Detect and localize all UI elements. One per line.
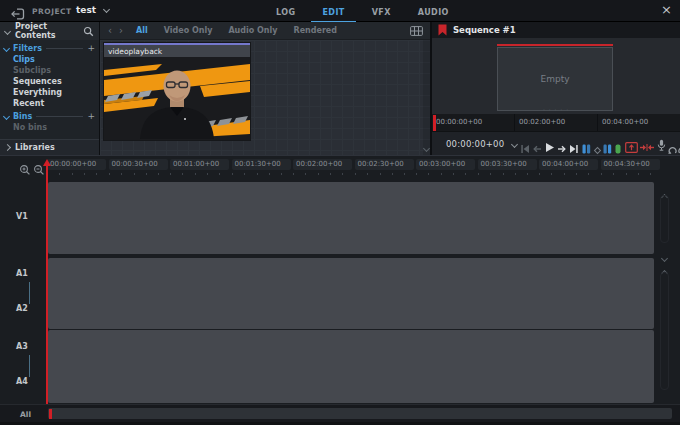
- track-header-a3[interactable]: A3: [2, 342, 42, 351]
- chevron-right-icon: [4, 144, 11, 151]
- clips-scrollbar[interactable]: [423, 40, 430, 155]
- track-header-a4[interactable]: A4: [2, 377, 42, 386]
- nav-forward-button[interactable]: ›: [119, 23, 123, 39]
- timeline-zoom-in-button[interactable]: [19, 161, 31, 180]
- filter-item-clips[interactable]: Clips: [0, 54, 99, 65]
- project-name-dropdown[interactable]: test: [76, 5, 109, 15]
- chevron-down-icon: [3, 113, 10, 120]
- filter-item-sequences[interactable]: Sequences: [0, 76, 99, 87]
- ruler-ticks: [293, 173, 352, 175]
- ruler-timecode: 00:04:30+00: [601, 159, 660, 170]
- microphone-icon: [657, 139, 666, 152]
- ruler-cell: 00:00:30+00: [109, 159, 168, 175]
- ruler-ticks: [232, 173, 291, 175]
- clip-selection-bar: [104, 43, 250, 45]
- mini-timecode-cell: 00:04:00+00: [598, 114, 680, 131]
- filter-item-everything[interactable]: Everything: [0, 87, 99, 98]
- track-header-a1[interactable]: A1: [2, 269, 42, 278]
- ruler-cell: 00:04:30+00: [601, 159, 660, 175]
- project-name: test: [76, 5, 96, 15]
- sequence-header: Sequence #1: [432, 22, 680, 38]
- overview-all-label: All: [20, 410, 31, 419]
- ruler-timecode: 00:04:00+00: [539, 159, 598, 170]
- clip-title: videoplayback: [104, 45, 250, 57]
- clips-filter-tabs: ‹ › All Video Only Audio Only Rendered: [100, 22, 430, 40]
- clip-tile-videoplayback[interactable]: videoplayback: [103, 42, 251, 141]
- chevron-down-icon: [3, 45, 10, 52]
- sequence-mini-timeline[interactable]: 00:00:00+00 00:02:00+00 00:04:00+00: [432, 114, 680, 131]
- tab-edit[interactable]: EDIT: [311, 3, 355, 23]
- ruler-ticks: [109, 173, 168, 175]
- vertical-scrollbar[interactable]: [660, 195, 669, 243]
- divider: [36, 116, 83, 117]
- playhead[interactable]: [46, 166, 48, 404]
- mini-timecode-cell: 00:00:00+00: [432, 114, 514, 131]
- nav-back-button[interactable]: ‹: [108, 23, 112, 39]
- chevron-down-icon: [103, 6, 110, 13]
- ruler-cell: 00:00:00+00: [47, 159, 106, 175]
- stereo-pair-link: [29, 355, 30, 377]
- viewer-empty-label: Empty: [540, 74, 569, 84]
- tab-vfx[interactable]: VFX: [361, 3, 402, 23]
- mini-playhead[interactable]: [433, 115, 436, 131]
- ruler-cell: 00:01:30+00: [232, 159, 291, 175]
- ruler-ticks: [601, 173, 660, 175]
- filter-item-subclips[interactable]: Subclips: [0, 65, 99, 76]
- tab-all[interactable]: All: [136, 26, 148, 35]
- close-button[interactable]: ×: [661, 2, 672, 17]
- ruler-cell: 00:03:30+00: [478, 159, 537, 175]
- ruler-ticks: [170, 173, 229, 175]
- clip-thumbnail: [104, 57, 250, 139]
- track-lane-v1[interactable]: [48, 182, 654, 254]
- ruler-cell: 00:03:00+00: [416, 159, 475, 175]
- ruler-timecode: 00:01:00+00: [170, 159, 229, 170]
- green-marker-icon: [615, 144, 621, 154]
- playhead-handle[interactable]: [43, 159, 51, 166]
- ruler-cell: 00:02:30+00: [355, 159, 414, 175]
- step-back-icon: [532, 144, 542, 154]
- add-bin-button[interactable]: +: [87, 112, 99, 121]
- scroll-down-icon[interactable]: [422, 145, 429, 152]
- tab-video-only[interactable]: Video Only: [164, 26, 213, 35]
- track-lane-a1-a2[interactable]: [48, 258, 654, 329]
- bins-group-label: Bins: [13, 112, 32, 121]
- tab-audio[interactable]: AUDIO: [407, 3, 460, 23]
- project-contents-title: Project Contents: [15, 22, 83, 40]
- vertical-scrollbar[interactable]: [660, 272, 669, 390]
- ruler-ticks: [539, 173, 598, 175]
- tile-view-button[interactable]: [410, 26, 423, 36]
- timeline-ruler[interactable]: 00:00:00+00 00:00:30+00 00:01:00+00 00:0…: [47, 159, 662, 175]
- filter-item-recent[interactable]: Recent: [0, 98, 99, 109]
- add-filter-button[interactable]: +: [87, 44, 99, 53]
- track-lane-a3-a4[interactable]: [48, 330, 654, 403]
- ruler-ticks: [478, 173, 537, 175]
- track-header-v1[interactable]: V1: [2, 212, 42, 221]
- collapse-chevron-icon[interactable]: [4, 27, 11, 34]
- diamond-marker-icon: [593, 146, 602, 155]
- libraries-row[interactable]: Libraries: [0, 139, 99, 155]
- tab-log[interactable]: LOG: [265, 3, 306, 23]
- tab-rendered[interactable]: Rendered: [293, 26, 337, 35]
- bins-group-row[interactable]: Bins +: [0, 111, 99, 122]
- filters-group-label: Filters: [13, 44, 42, 53]
- filter-item-label: Recent: [13, 99, 44, 108]
- search-icon[interactable]: [83, 26, 94, 37]
- mini-timecode-cell: 00:02:00+00: [515, 114, 597, 131]
- timecode-dropdown-icon[interactable]: [511, 141, 518, 148]
- ruler-timecode: 00:01:30+00: [232, 159, 291, 170]
- timecode-display[interactable]: 00:00:00+00: [446, 139, 504, 149]
- filters-group-row[interactable]: Filters +: [0, 43, 99, 54]
- voiceover-button[interactable]: [657, 137, 666, 156]
- viewer-drag-handle[interactable]: · · · · ·: [543, 106, 569, 113]
- mark-out-icon: [603, 144, 612, 154]
- insert-icon: [625, 142, 638, 153]
- sequence-viewer-panel: Sequence #1 Empty · · · · · 00:00:00+00 …: [430, 22, 680, 155]
- track-header-a2[interactable]: A2: [2, 304, 42, 313]
- horizontal-scrollbar[interactable]: [48, 408, 672, 419]
- filters-list: Filters + Clips Subclips Sequences Every…: [0, 40, 99, 133]
- exit-icon: [10, 8, 25, 20]
- mark-in-icon: [582, 144, 591, 154]
- timeline-overview-bar: All: [0, 404, 680, 422]
- project-contents-panel: Project Contents Filters + Clips Subclip…: [0, 22, 100, 155]
- tab-audio-only[interactable]: Audio Only: [228, 26, 277, 35]
